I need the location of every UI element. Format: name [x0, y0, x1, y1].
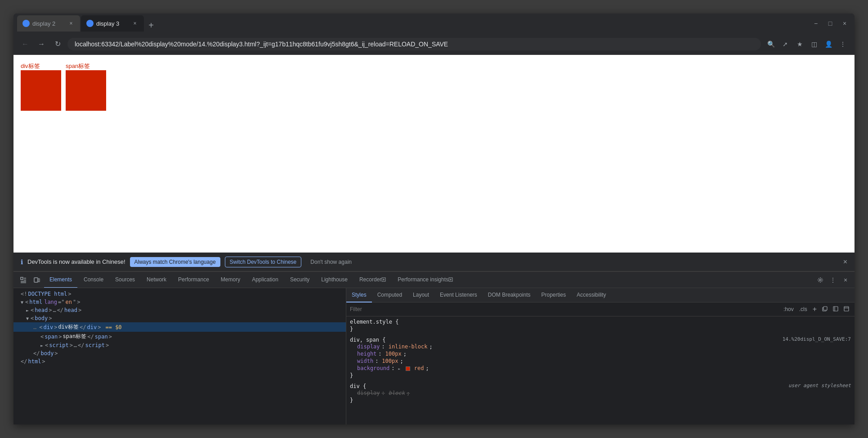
- sub-tab-dom-breakpoints[interactable]: DOM Breakpoints: [483, 288, 536, 303]
- add-style-button[interactable]: +: [811, 304, 819, 314]
- match-language-button[interactable]: Always match Chrome's language: [130, 257, 220, 267]
- css-height-line[interactable]: height : 100px ;: [350, 350, 851, 357]
- tab-sources[interactable]: Sources: [110, 272, 140, 288]
- span-red-box: [66, 70, 106, 111]
- hov-button[interactable]: :hov: [782, 305, 796, 313]
- tab-performance[interactable]: Performance: [173, 272, 215, 288]
- tab-console[interactable]: Console: [78, 272, 109, 288]
- menu-icon: ⋮: [840, 41, 846, 48]
- profile-icon: 👤: [825, 41, 832, 48]
- svg-rect-20: [844, 307, 849, 311]
- element-style-rule: element.style { }: [350, 318, 851, 333]
- element-style-selector[interactable]: element.style {: [350, 318, 851, 325]
- devtools-settings-button[interactable]: [815, 275, 826, 285]
- url-bar[interactable]: [67, 38, 761, 50]
- dom-line-doctype[interactable]: <!DOCTYPE html>: [13, 290, 346, 298]
- address-bar: ← → ↻ 🔍 ➚ ★ ◫ 👤 ⋮: [13, 33, 855, 55]
- tab-close-2[interactable]: ×: [131, 20, 139, 27]
- dom-line-div-selected[interactable]: … <div> div标签 </div> == $0: [13, 322, 346, 332]
- minimize-button[interactable]: −: [810, 17, 822, 30]
- css-source-2: user agent stylesheet: [788, 383, 851, 388]
- svg-point-1: [87, 21, 93, 26]
- maximize-icon: □: [828, 20, 832, 27]
- back-button[interactable]: ←: [19, 38, 31, 50]
- reload-button[interactable]: ↻: [51, 38, 64, 50]
- copy-styles-button[interactable]: [820, 305, 829, 314]
- sub-tab-computed[interactable]: Computed: [372, 288, 407, 303]
- devtools-panel: Elements Console Sources Network Perform…: [13, 271, 855, 424]
- styles-filter-input[interactable]: [350, 306, 778, 312]
- bookmark-button[interactable]: ★: [793, 38, 806, 50]
- forward-button[interactable]: →: [35, 38, 48, 50]
- dont-show-again-button[interactable]: Don't show again: [306, 257, 356, 267]
- sub-tab-styles[interactable]: Styles: [346, 288, 372, 303]
- reload-icon: ↻: [55, 40, 61, 48]
- sub-tab-properties[interactable]: Properties: [536, 288, 572, 303]
- tab-close-1[interactable]: ×: [67, 20, 75, 27]
- perf-insights-label: Performance insights: [398, 276, 448, 283]
- tab-memory[interactable]: Memory: [215, 272, 246, 288]
- css-background-line[interactable]: background : ► red ;: [350, 365, 851, 372]
- css-display-block-line[interactable]: display : block ;: [350, 389, 851, 397]
- div-ua-rule: div { user agent stylesheet display : bl…: [350, 383, 851, 404]
- share-icon-button[interactable]: ➚: [779, 38, 792, 50]
- css-display-line[interactable]: display : inline-block ;: [350, 343, 851, 350]
- color-swatch[interactable]: [406, 366, 410, 371]
- dom-line-html[interactable]: ▼ <html lang="en" >: [13, 298, 346, 306]
- rule-header-2: div { user agent stylesheet: [350, 383, 851, 389]
- devtools-right-buttons: ⋮ ×: [815, 275, 851, 285]
- webpage-content: div标签 span标签: [13, 55, 855, 253]
- dom-line-body[interactable]: ▼ <body>: [13, 314, 346, 322]
- maximize-button[interactable]: □: [824, 17, 837, 30]
- css-width-line[interactable]: width : 100px ;: [350, 357, 851, 365]
- switch-chinese-button[interactable]: Switch DevTools to Chinese: [225, 257, 302, 267]
- sub-tab-layout[interactable]: Layout: [407, 288, 434, 303]
- dom-line-head[interactable]: ► <head> … </head>: [13, 306, 346, 314]
- box-gap: [61, 62, 66, 111]
- menu-button[interactable]: ⋮: [837, 38, 849, 50]
- css-source-1: 14.%20displ_D_ON_SAVE:7: [783, 336, 851, 342]
- devtools-tabs: Elements Console Sources Network Perform…: [13, 272, 855, 288]
- sub-tab-event-listeners[interactable]: Event Listeners: [434, 288, 483, 303]
- tab-recorder[interactable]: Recorder: [354, 272, 391, 288]
- rule-header-1: div, span { 14.%20displ_D_ON_SAVE:7: [350, 336, 851, 343]
- tab-display3[interactable]: display 3 ×: [81, 15, 144, 32]
- notification-close-button[interactable]: ×: [843, 258, 847, 266]
- styles-content: element.style { } div, span { 14.%20disp…: [346, 316, 855, 424]
- inspector-icon-button[interactable]: [17, 274, 30, 286]
- collapse-icon: ►: [40, 343, 43, 348]
- span-label: span标签: [66, 62, 106, 70]
- tab-performance-insights[interactable]: Performance insights: [392, 272, 458, 288]
- devtools-more-button[interactable]: ⋮: [828, 275, 838, 285]
- search-icon-button[interactable]: 🔍: [765, 38, 777, 50]
- styles-panel: Styles Computed Layout Event Listeners D…: [346, 288, 855, 424]
- dom-panel[interactable]: <!DOCTYPE html> ▼ <html lang="en" > ► <h…: [13, 288, 346, 424]
- new-tab-button[interactable]: +: [145, 19, 157, 32]
- close-icon: ×: [843, 20, 846, 27]
- styles-filter-bar: :hov .cls +: [346, 303, 855, 316]
- svg-rect-8: [38, 279, 40, 282]
- maximize-panel-button[interactable]: [842, 305, 851, 314]
- tab-security[interactable]: Security: [285, 272, 315, 288]
- dom-line-close-body[interactable]: </body>: [13, 349, 346, 357]
- tab-network[interactable]: Network: [141, 272, 172, 288]
- reader-mode-button[interactable]: ◫: [808, 38, 820, 50]
- tab-application[interactable]: Application: [246, 272, 284, 288]
- tab-lighthouse[interactable]: Lighthouse: [316, 272, 353, 288]
- dom-line-script[interactable]: ► <script> … </script>: [13, 341, 346, 349]
- devtools-notification: ℹ DevTools is now available in Chinese! …: [13, 253, 855, 271]
- close-button[interactable]: ×: [838, 17, 851, 30]
- devtools-close-button[interactable]: ×: [840, 275, 851, 285]
- toggle-sidebar-button[interactable]: [831, 305, 840, 314]
- tab-elements[interactable]: Elements: [44, 272, 77, 288]
- sub-tab-accessibility[interactable]: Accessibility: [571, 288, 611, 303]
- minimize-icon: −: [814, 20, 818, 27]
- svg-point-15: [819, 279, 821, 281]
- profile-button[interactable]: 👤: [822, 38, 835, 50]
- dom-line-close-html[interactable]: </html>: [13, 357, 346, 366]
- tab-title-2: display 3: [96, 20, 129, 27]
- dom-line-span[interactable]: <span> span标签 </span>: [13, 332, 346, 341]
- cls-button[interactable]: .cls: [797, 305, 809, 313]
- device-mode-button[interactable]: [31, 274, 43, 286]
- tab-display2[interactable]: display 2 ×: [17, 15, 80, 32]
